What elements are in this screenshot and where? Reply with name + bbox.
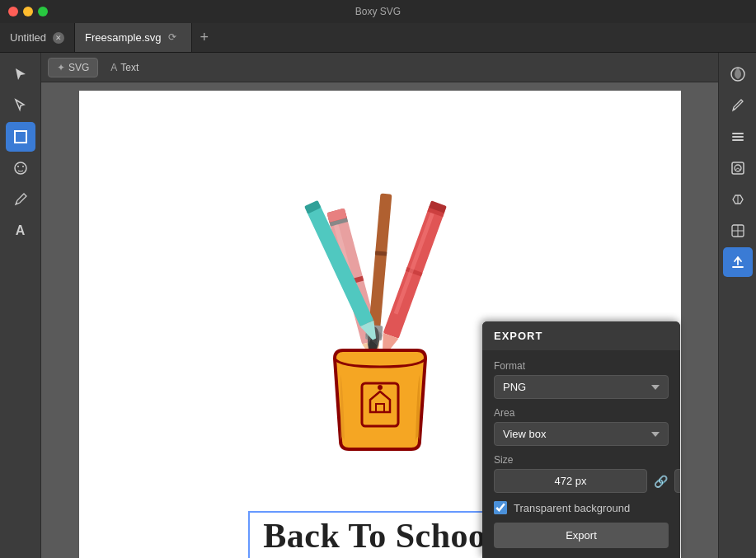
mask-tool[interactable] (723, 153, 753, 183)
svg-point-31 (378, 385, 383, 390)
svg-mode-label: SVG (68, 62, 89, 73)
size-section: Size 🔗 (494, 454, 669, 493)
tab-bar: Untitled ✕ Freesample.svg ⟳ + (0, 23, 756, 53)
app-title: Boxy SVG (355, 6, 401, 17)
tab-freesample[interactable]: Freesample.svg ⟳ (75, 23, 191, 52)
svg-point-1 (15, 162, 26, 174)
text-mode-label: Text (120, 62, 139, 73)
link-icon: 🔗 (654, 475, 668, 488)
text-mode-button[interactable]: A Text (101, 58, 148, 77)
area-select[interactable]: View box Selection Page (494, 422, 669, 446)
svg-point-3 (22, 166, 24, 167)
canvas-wrapper[interactable]: Back To School EXPORT Format PNG JPG SVG… (41, 82, 718, 558)
tab-untitled-close[interactable]: ✕ (53, 32, 64, 44)
layers-tool[interactable] (723, 122, 753, 152)
pencil-cup-svg (289, 128, 471, 474)
format-section: Format PNG JPG SVG PDF (494, 360, 669, 399)
svg-rect-34 (732, 136, 744, 138)
maximize-button[interactable] (38, 7, 48, 16)
tab-untitled[interactable]: Untitled ✕ (0, 23, 75, 52)
svg-point-2 (17, 166, 19, 167)
export-body: Format PNG JPG SVG PDF Area View box Sel… (482, 350, 680, 558)
size-label: Size (494, 454, 669, 466)
back-to-school-text: Back To School (248, 511, 510, 558)
format-label: Format (494, 360, 669, 372)
align-tool[interactable] (723, 216, 753, 246)
transparent-label[interactable]: Transparent background (514, 502, 630, 514)
mode-bar: ✦ SVG A Text (41, 53, 718, 82)
main-layout: A ✦ SVG A Text (0, 53, 756, 558)
minimize-button[interactable] (23, 7, 33, 16)
title-bar: Boxy SVG (0, 0, 756, 23)
text-tool[interactable]: A (6, 216, 35, 246)
transparent-checkbox[interactable] (494, 501, 507, 514)
face-tool[interactable] (6, 153, 35, 183)
area-section: Area View box Selection Page (494, 407, 669, 446)
export-tool[interactable] (723, 247, 753, 277)
right-toolbar (718, 53, 756, 558)
svg-rect-12 (368, 194, 392, 335)
svg-rect-0 (15, 131, 26, 143)
svg-rect-24 (393, 213, 434, 315)
tab-freesample-label: Freesample.svg (85, 31, 161, 44)
refresh-icon: ⟳ (168, 31, 181, 45)
left-toolbar: A (0, 53, 41, 558)
width-input[interactable] (494, 469, 647, 493)
canvas-area: ✦ SVG A Text (41, 53, 718, 558)
pencil-tool[interactable] (6, 185, 35, 214)
transparent-row: Transparent background (494, 501, 669, 514)
pointer-tool[interactable] (6, 59, 35, 89)
svg-rect-35 (732, 139, 744, 141)
pen-tool[interactable] (723, 91, 753, 120)
export-button[interactable]: Export (494, 523, 669, 548)
svg-rect-33 (732, 133, 744, 134)
export-panel: EXPORT Format PNG JPG SVG PDF Area (482, 321, 680, 558)
paint-tool[interactable] (723, 59, 753, 89)
direct-select-tool[interactable] (6, 91, 35, 120)
height-input[interactable] (674, 469, 680, 493)
transform-tool[interactable] (723, 185, 753, 214)
rectangle-tool[interactable] (6, 122, 35, 152)
size-row: 🔗 (494, 469, 669, 493)
close-button[interactable] (8, 7, 18, 16)
tab-untitled-label: Untitled (10, 31, 46, 44)
svg-mode-button[interactable]: ✦ SVG (48, 58, 98, 77)
format-select[interactable]: PNG JPG SVG PDF (494, 375, 669, 399)
add-tab-button[interactable]: + (192, 23, 218, 52)
export-panel-title: EXPORT (482, 321, 680, 350)
window-controls (8, 7, 48, 16)
area-label: Area (494, 407, 669, 419)
